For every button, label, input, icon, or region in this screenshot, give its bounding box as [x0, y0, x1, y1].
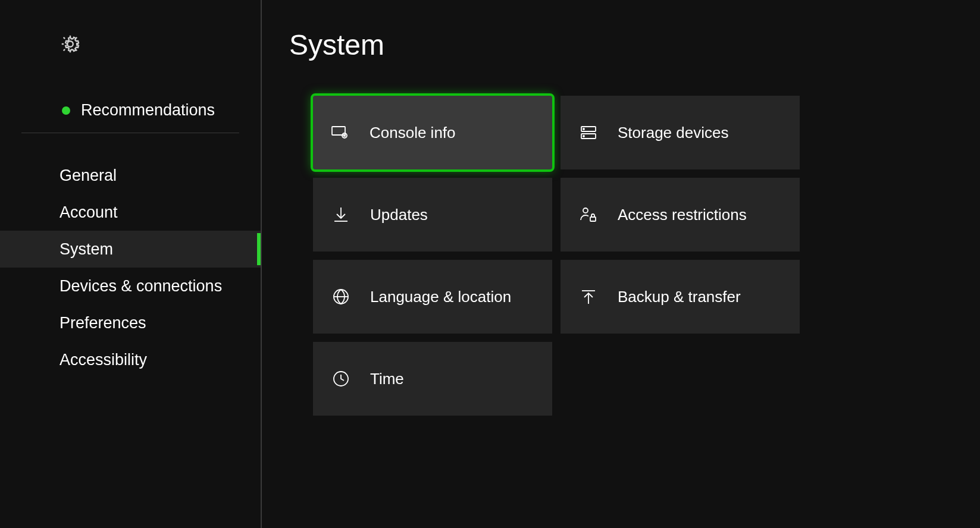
storage-icon: [578, 122, 599, 143]
sidebar-item-general[interactable]: General: [0, 157, 261, 194]
tile-label: Backup & transfer: [618, 288, 741, 306]
settings-app: Recommendations General Account System D…: [0, 0, 980, 528]
tile-label: Access restrictions: [618, 206, 747, 224]
sidebar-header: [0, 0, 261, 82]
tile-label: Storage devices: [618, 124, 728, 142]
tile-storage-devices[interactable]: Storage devices: [561, 96, 800, 169]
upload-icon: [578, 287, 599, 307]
sidebar-item-label: Devices & connections: [60, 277, 222, 296]
recommendations-label: Recommendations: [81, 101, 215, 120]
tile-backup-transfer[interactable]: Backup & transfer: [561, 260, 800, 334]
sidebar-item-label: General: [60, 166, 117, 185]
sidebar-item-label: Accessibility: [60, 351, 147, 369]
svg-rect-9: [590, 217, 596, 221]
globe-icon: [331, 287, 351, 307]
people-lock-icon: [578, 205, 599, 225]
sidebar-nav: General Account System Devices & connect…: [0, 157, 261, 378]
tile-updates[interactable]: Updates: [313, 178, 552, 252]
tile-label: Updates: [370, 206, 428, 224]
sidebar-item-label: Preferences: [60, 314, 146, 332]
tile-time[interactable]: Time: [313, 342, 552, 416]
tile-label: Console info: [370, 124, 456, 142]
sidebar: Recommendations General Account System D…: [0, 0, 262, 528]
svg-point-8: [583, 208, 588, 213]
svg-point-6: [583, 128, 584, 130]
sidebar-item-recommendations[interactable]: Recommendations: [21, 101, 239, 133]
tile-access-restrictions[interactable]: Access restrictions: [561, 178, 800, 252]
sidebar-item-accessibility[interactable]: Accessibility: [0, 341, 261, 378]
monitor-gear-icon: [330, 122, 350, 143]
tile-label: Language & location: [370, 288, 511, 306]
gear-icon: [60, 46, 81, 56]
sidebar-item-system[interactable]: System: [0, 231, 261, 268]
tile-console-info[interactable]: Console info: [313, 96, 552, 169]
svg-point-0: [67, 41, 73, 47]
tile-language-location[interactable]: Language & location: [313, 260, 552, 334]
sidebar-item-account[interactable]: Account: [0, 194, 261, 231]
main-content: System Console info: [262, 0, 980, 528]
svg-point-7: [583, 136, 584, 137]
clock-icon: [331, 369, 351, 389]
sidebar-item-label: System: [60, 240, 113, 259]
sidebar-item-devices-connections[interactable]: Devices & connections: [0, 268, 261, 304]
page-title: System: [289, 29, 980, 61]
download-icon: [331, 205, 351, 225]
tile-grid: Console info Storage devices: [289, 96, 980, 416]
sidebar-item-label: Account: [60, 203, 118, 222]
tile-label: Time: [370, 370, 404, 388]
sidebar-item-preferences[interactable]: Preferences: [0, 304, 261, 341]
svg-point-3: [344, 135, 346, 137]
status-dot-icon: [62, 106, 70, 115]
